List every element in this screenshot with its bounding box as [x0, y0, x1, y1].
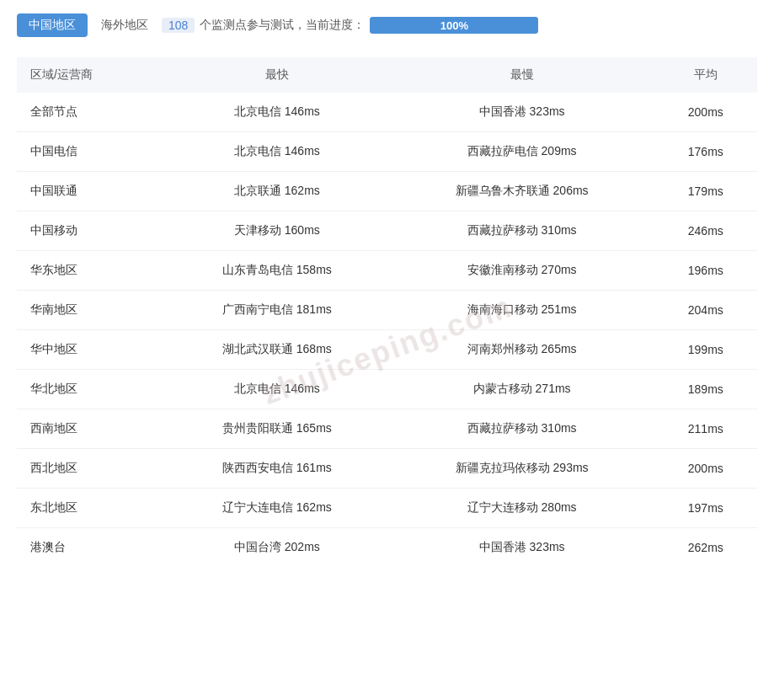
- progress-bar-fill: 100%: [370, 17, 538, 34]
- col-region: 区域/运营商: [17, 57, 164, 93]
- cell-slowest: 西藏拉萨移动 310ms: [390, 409, 654, 449]
- cell-avg: 179ms: [654, 172, 757, 211]
- cell-slowest: 新疆乌鲁木齐联通 206ms: [390, 172, 654, 211]
- cell-slowest: 西藏拉萨移动 310ms: [390, 211, 654, 251]
- cell-avg: 196ms: [654, 251, 757, 291]
- cell-region: 华南地区: [17, 291, 164, 330]
- tab-china[interactable]: 中国地区: [17, 13, 88, 37]
- cell-region: 华东地区: [17, 251, 164, 291]
- table-row: 中国移动天津移动 160ms西藏拉萨移动 310ms246ms: [17, 211, 757, 251]
- table-row: 港澳台中国台湾 202ms中国香港 323ms262ms: [17, 528, 757, 568]
- table-row: 中国联通北京联通 162ms新疆乌鲁木齐联通 206ms179ms: [17, 172, 757, 211]
- cell-avg: 199ms: [654, 330, 757, 370]
- cell-avg: 204ms: [654, 291, 757, 330]
- cell-slowest: 海南海口移动 251ms: [390, 291, 654, 330]
- cell-fastest: 山东青岛电信 158ms: [164, 251, 390, 291]
- cell-slowest: 内蒙古移动 271ms: [390, 370, 654, 409]
- cell-region: 华北地区: [17, 370, 164, 409]
- cell-avg: 211ms: [654, 409, 757, 449]
- cell-fastest: 陕西西安电信 161ms: [164, 449, 390, 489]
- col-slowest: 最慢: [390, 57, 654, 93]
- table-header-row: 区域/运营商 最快 最慢 平均: [17, 57, 757, 93]
- col-avg: 平均: [654, 57, 757, 93]
- table-row: 全部节点北京电信 146ms中国香港 323ms200ms: [17, 93, 757, 132]
- progress-label: 100%: [440, 19, 468, 32]
- cell-fastest: 贵州贵阳联通 165ms: [164, 409, 390, 449]
- table-row: 东北地区辽宁大连电信 162ms辽宁大连移动 280ms197ms: [17, 489, 757, 528]
- cell-slowest: 辽宁大连移动 280ms: [390, 489, 654, 528]
- top-bar: 中国地区 海外地区 108 个监测点参与测试，当前进度： 100%: [17, 13, 757, 37]
- cell-slowest: 河南郑州移动 265ms: [390, 330, 654, 370]
- cell-slowest: 中国香港 323ms: [390, 528, 654, 568]
- cell-avg: 246ms: [654, 211, 757, 251]
- cell-region: 东北地区: [17, 489, 164, 528]
- cell-region: 中国联通: [17, 172, 164, 211]
- cell-region: 西北地区: [17, 449, 164, 489]
- table-row: 华东地区山东青岛电信 158ms安徽淮南移动 270ms196ms: [17, 251, 757, 291]
- table-row: 华北地区北京电信 146ms内蒙古移动 271ms189ms: [17, 370, 757, 409]
- cell-fastest: 北京电信 146ms: [164, 370, 390, 409]
- cell-slowest: 中国香港 323ms: [390, 93, 654, 132]
- tab-overseas[interactable]: 海外地区: [98, 13, 152, 37]
- results-table: 区域/运营商 最快 最慢 平均 全部节点北京电信 146ms中国香港 323ms…: [17, 57, 757, 567]
- cell-avg: 262ms: [654, 528, 757, 568]
- cell-fastest: 广西南宁电信 181ms: [164, 291, 390, 330]
- cell-fastest: 辽宁大连电信 162ms: [164, 489, 390, 528]
- cell-fastest: 湖北武汉联通 168ms: [164, 330, 390, 370]
- cell-avg: 189ms: [654, 370, 757, 409]
- cell-avg: 176ms: [654, 132, 757, 172]
- cell-region: 中国电信: [17, 132, 164, 172]
- table-row: 华南地区广西南宁电信 181ms海南海口移动 251ms204ms: [17, 291, 757, 330]
- cell-fastest: 天津移动 160ms: [164, 211, 390, 251]
- cell-slowest: 安徽淮南移动 270ms: [390, 251, 654, 291]
- cell-avg: 200ms: [654, 449, 757, 489]
- cell-region: 华中地区: [17, 330, 164, 370]
- monitor-suffix: 个监测点参与测试，当前进度：: [200, 18, 365, 33]
- cell-region: 港澳台: [17, 528, 164, 568]
- table-row: 华中地区湖北武汉联通 168ms河南郑州移动 265ms199ms: [17, 330, 757, 370]
- cell-fastest: 北京电信 146ms: [164, 132, 390, 172]
- cell-avg: 200ms: [654, 93, 757, 132]
- cell-region: 全部节点: [17, 93, 164, 132]
- cell-slowest: 西藏拉萨电信 209ms: [390, 132, 654, 172]
- main-container: 中国地区 海外地区 108 个监测点参与测试，当前进度： 100% 区域/运营商…: [0, 0, 774, 580]
- cell-slowest: 新疆克拉玛依移动 293ms: [390, 449, 654, 489]
- progress-bar-container: 100%: [370, 17, 538, 34]
- table-row: 西南地区贵州贵阳联通 165ms西藏拉萨移动 310ms211ms: [17, 409, 757, 449]
- table-row: 中国电信北京电信 146ms西藏拉萨电信 209ms176ms: [17, 132, 757, 172]
- cell-fastest: 北京电信 146ms: [164, 93, 390, 132]
- cell-region: 西南地区: [17, 409, 164, 449]
- cell-fastest: 中国台湾 202ms: [164, 528, 390, 568]
- cell-fastest: 北京联通 162ms: [164, 172, 390, 211]
- monitor-info: 108 个监测点参与测试，当前进度： 100%: [162, 17, 538, 34]
- col-fastest: 最快: [164, 57, 390, 93]
- table-row: 西北地区陕西西安电信 161ms新疆克拉玛依移动 293ms200ms: [17, 449, 757, 489]
- cell-region: 中国移动: [17, 211, 164, 251]
- cell-avg: 197ms: [654, 489, 757, 528]
- monitor-count: 108: [162, 18, 195, 33]
